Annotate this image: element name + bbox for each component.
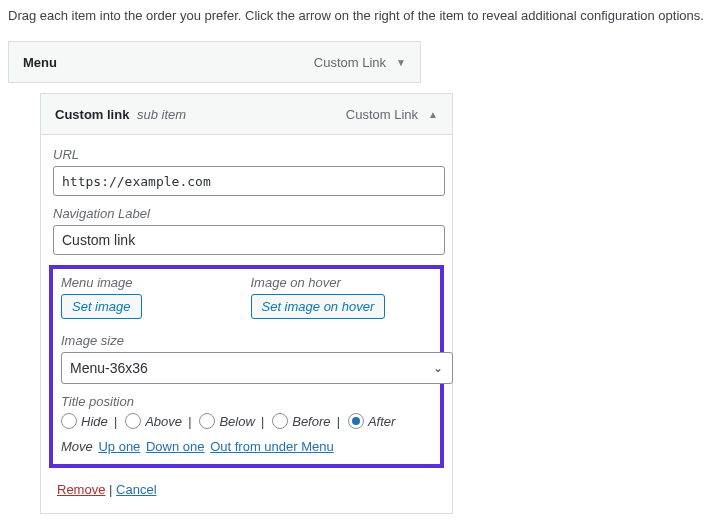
radio-before-label: Before — [292, 414, 330, 429]
submenu-type: Custom Link — [346, 107, 418, 122]
submenu-item: Custom link sub item Custom Link ▲ URL N… — [40, 93, 453, 514]
action-separator: | — [109, 482, 116, 497]
submenu-header[interactable]: Custom link sub item Custom Link ▲ — [40, 93, 453, 135]
menu-item-title: Menu — [23, 55, 57, 70]
menu-item-top[interactable]: Menu Custom Link ▼ — [8, 41, 421, 83]
menu-image-label: Menu image — [61, 275, 243, 290]
move-label: Move — [61, 439, 93, 454]
radio-after[interactable] — [348, 413, 364, 429]
submenu-sub-label: sub item — [137, 107, 186, 122]
move-out-from-link[interactable]: Out from under Menu — [210, 439, 334, 454]
image-size-select[interactable]: Menu-36x36 — [61, 352, 453, 384]
url-label: URL — [53, 147, 440, 162]
expand-arrow-down-icon[interactable]: ▼ — [396, 57, 406, 68]
collapse-arrow-up-icon[interactable]: ▲ — [428, 109, 438, 120]
instructions-text: Drag each item into the order you prefer… — [8, 8, 706, 23]
radio-before[interactable] — [272, 413, 288, 429]
menu-item-type: Custom Link — [314, 55, 386, 70]
radio-hide[interactable] — [61, 413, 77, 429]
radio-below-label: Below — [219, 414, 254, 429]
radio-above[interactable] — [125, 413, 141, 429]
radio-below[interactable] — [199, 413, 215, 429]
image-settings-highlight: Menu image Set image Image on hover Set … — [49, 265, 444, 468]
title-position-radios: Hide| Above| Below| Before| After — [61, 413, 432, 429]
move-down-one-link[interactable]: Down one — [146, 439, 205, 454]
submenu-body: URL Navigation Label Menu image Set imag… — [40, 135, 453, 514]
set-image-button[interactable]: Set image — [61, 294, 142, 319]
radio-hide-label: Hide — [81, 414, 108, 429]
radio-after-label: After — [368, 414, 395, 429]
radio-above-label: Above — [145, 414, 182, 429]
remove-link[interactable]: Remove — [57, 482, 105, 497]
title-position-label: Title position — [61, 394, 432, 409]
image-hover-label: Image on hover — [251, 275, 433, 290]
move-row: Move Up one Down one Out from under Menu — [61, 439, 432, 454]
submenu-title: Custom link — [55, 107, 129, 122]
move-up-one-link[interactable]: Up one — [98, 439, 140, 454]
cancel-link[interactable]: Cancel — [116, 482, 156, 497]
bottom-actions: Remove | Cancel — [53, 482, 440, 497]
url-input[interactable] — [53, 166, 445, 196]
set-image-hover-button[interactable]: Set image on hover — [251, 294, 386, 319]
nav-label-label: Navigation Label — [53, 206, 440, 221]
image-size-label: Image size — [61, 333, 432, 348]
nav-label-input[interactable] — [53, 225, 445, 255]
